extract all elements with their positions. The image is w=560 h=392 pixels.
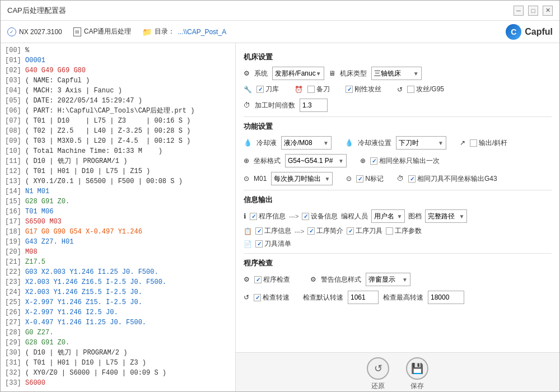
code-line-item: [22]G03 X2.003 Y1.246 I1.25 J0. F500. bbox=[1, 267, 235, 277]
process-info-label: 工序信息 bbox=[264, 226, 291, 236]
process-params-checkbox-item[interactable]: 工序参数 bbox=[386, 226, 422, 236]
process-brief-checkbox[interactable]: ✓ bbox=[307, 227, 315, 235]
tool-list-checkbox-item[interactable]: ✓ 刀具清单 bbox=[255, 239, 291, 249]
max-speed-input[interactable] bbox=[428, 291, 464, 304]
process-tool-label: 工序刀具 bbox=[356, 226, 382, 236]
same-tool-g43-checkbox-item[interactable]: ✓ 相同刀具不同坐标输出G43 bbox=[408, 174, 497, 184]
close-button[interactable]: ✕ bbox=[543, 6, 553, 16]
process-params-checkbox[interactable] bbox=[386, 227, 393, 235]
default-speed-input[interactable] bbox=[348, 291, 379, 304]
code-line-item: [00]% bbox=[1, 45, 235, 55]
nx-version-label: NX 2027.3100 bbox=[19, 28, 62, 36]
m01-label: M01 bbox=[254, 175, 267, 183]
m01-select[interactable]: 每次换刀时输出 ▼ bbox=[271, 172, 333, 185]
save-button[interactable]: 💾 保存 bbox=[406, 357, 428, 391]
line-number: [28] bbox=[5, 328, 25, 338]
time-multiplier-input[interactable] bbox=[300, 99, 328, 112]
machine-type-select[interactable]: 三轴铣床 ▼ bbox=[371, 67, 422, 80]
line-content: X2.003 Y1.246 Z16.5 I-2.5 J0. F500. bbox=[25, 277, 231, 287]
tool-list-checkbox[interactable]: ✓ bbox=[255, 240, 263, 248]
spare-tool-checkbox[interactable] bbox=[307, 86, 315, 93]
process-tool-checkbox-item[interactable]: ✓ 工序刀具 bbox=[347, 226, 382, 236]
logo-area: C Capful bbox=[506, 24, 553, 40]
program-check-checkbox[interactable]: ✓ bbox=[254, 276, 262, 283]
code-line-item: [29]G28 G91 Z0. bbox=[1, 338, 235, 348]
same-tool-g43-checkbox[interactable]: ✓ bbox=[408, 175, 416, 183]
process-brief-checkbox-item[interactable]: ✓ 工序简介 bbox=[307, 226, 343, 236]
rigid-tap-checkbox-item[interactable]: ✓ 刚性攻丝 bbox=[346, 85, 381, 94]
save-icon[interactable]: 💾 bbox=[406, 357, 428, 380]
program-check-checkbox-item[interactable]: ✓ 程序检查 bbox=[254, 275, 290, 284]
process-tool-checkbox[interactable]: ✓ bbox=[347, 227, 354, 235]
line-content: X2.003 Y1.246 Z15.5 I-2.5 J0. bbox=[25, 287, 231, 297]
n-mark-checkbox[interactable]: ✓ bbox=[356, 175, 363, 183]
coord-format-row: ⊕ 坐标格式 G54~G54.1 P# ▼ ⊕ ✓ 相同坐标只输出一次 bbox=[244, 154, 552, 167]
code-panel[interactable]: [00]%[01]O0001[02]G40 G49 G69 G80[03]( N… bbox=[1, 43, 236, 391]
maximize-button[interactable]: □ bbox=[528, 6, 538, 16]
default-speed-label: 检查默认转速 bbox=[303, 293, 343, 302]
max-speed-label: 检查最高转速 bbox=[383, 293, 423, 302]
rigid-tap-checkbox[interactable]: ✓ bbox=[346, 86, 353, 93]
line-content: ( T02 | Z2.5 | L40 | Z-3.25 | 00:28 S ) bbox=[25, 126, 231, 136]
code-line-item: [30]( D10 | 铣刀 | PROGRAM/2 ) bbox=[1, 348, 235, 358]
spare-tool-checkbox-item[interactable]: 备刀 bbox=[307, 85, 330, 94]
programmer-select[interactable]: 用户名 ▼ bbox=[371, 209, 405, 223]
restore-button[interactable]: ↺ 还原 bbox=[367, 357, 389, 391]
arrow2: ---> bbox=[295, 228, 304, 235]
coolant-select[interactable]: 液冷/M08 ▼ bbox=[281, 136, 332, 150]
code-line-item: [06]( PART: H:\Capful\CAP_Tools\CAP后处理.p… bbox=[1, 106, 235, 116]
spare-tool-icon: ⏰ bbox=[295, 86, 303, 94]
line-content: G28 G91 Z0. bbox=[25, 197, 231, 207]
device-info-checkbox[interactable]: ✓ bbox=[302, 213, 309, 220]
info-tool-list-row: 📄 ✓ 刀具清单 bbox=[244, 239, 552, 249]
coord-format-select[interactable]: G54~G54.1 P# ▼ bbox=[285, 154, 347, 167]
device-info-checkbox-item[interactable]: ✓ 设备信息 bbox=[302, 212, 338, 221]
line-number: [12] bbox=[5, 166, 25, 176]
line-content: ( PART: H:\Capful\CAP_Tools\CAP后处理.prt ) bbox=[25, 106, 231, 116]
restore-icon[interactable]: ↺ bbox=[367, 357, 389, 380]
coord-icon: ⊕ bbox=[244, 157, 249, 165]
process-info-checkbox[interactable]: ✓ bbox=[255, 227, 263, 235]
info-program-row: ℹ ✓ 程序信息 ---> ✓ 设备信息 编程人员 用户名 bbox=[244, 209, 552, 223]
g43-icon: ⏱ bbox=[397, 175, 404, 183]
check-speed-checkbox[interactable]: ✓ bbox=[254, 294, 261, 301]
process-info-checkbox-item[interactable]: ✓ 工序信息 bbox=[255, 226, 291, 236]
machine-system-row: ⚙ 系统 发那科/Fanuc ▼ 🖥 机床类型 三轴铣床 ▼ bbox=[244, 67, 552, 80]
n-mark-checkbox-item[interactable]: ✓ N标记 bbox=[356, 174, 384, 184]
tap-g95-checkbox-item[interactable]: 攻丝/G95 bbox=[407, 85, 444, 94]
line-content: G03 X2.003 Y1.246 I1.25 J0. F500. bbox=[25, 267, 231, 277]
output-ramp-checkbox[interactable] bbox=[470, 139, 477, 147]
cap-post-label: CAP通用后处理 bbox=[84, 27, 132, 36]
code-line-item: [19]G43 Z27. H01 bbox=[1, 237, 235, 247]
dir-path-link[interactable]: ...\\CAP_Post_A bbox=[178, 28, 226, 36]
program-info-checkbox[interactable]: ✓ bbox=[250, 213, 257, 220]
line-number: [09] bbox=[5, 136, 25, 146]
minimize-button[interactable]: ─ bbox=[514, 6, 524, 16]
check-icon: ⚙ bbox=[244, 276, 250, 283]
output-ramp-checkbox-item[interactable]: 输出/斜杆 bbox=[470, 138, 507, 148]
coolant-label: 冷却液 bbox=[256, 138, 277, 148]
tap-g95-checkbox[interactable] bbox=[407, 86, 414, 93]
coolant-pos-select[interactable]: 下刀时 ▼ bbox=[396, 136, 446, 150]
doc-select[interactable]: 完整路径 ▼ bbox=[425, 209, 467, 223]
alert-style-select[interactable]: 弹窗显示 ▼ bbox=[366, 273, 410, 286]
line-number: [02] bbox=[5, 66, 25, 76]
nx-icon: ✓ bbox=[7, 27, 16, 36]
line-number: [19] bbox=[5, 237, 25, 247]
code-line-item: [04]( MACH: 3 Axis | Fanuc ) bbox=[1, 86, 235, 96]
output-ramp-icon: ↗ bbox=[460, 139, 465, 147]
toolbar: ✓ NX 2027.3100 ▤ CAP通用后处理 📁 目录： ...\\CAP… bbox=[1, 21, 559, 43]
code-line-item: [14]N1 M01 bbox=[1, 186, 235, 197]
line-content: Z17.5 bbox=[25, 257, 231, 267]
check-speed-checkbox-item[interactable]: ✓ 检查转速 bbox=[254, 293, 290, 302]
tool-checkbox[interactable]: ✓ bbox=[256, 86, 264, 93]
tool-checkbox-item[interactable]: ✓ 刀库 bbox=[256, 85, 279, 94]
same-coord-checkbox-item[interactable]: ✓ 相同坐标只输出一次 bbox=[370, 156, 440, 166]
same-coord-checkbox[interactable]: ✓ bbox=[370, 157, 377, 165]
program-info-checkbox-item[interactable]: ✓ 程序信息 bbox=[250, 212, 286, 221]
system-select[interactable]: 发那科/Fanuc ▼ bbox=[272, 67, 324, 80]
coolant-arrow: ▼ bbox=[323, 140, 329, 146]
line-number: [29] bbox=[5, 338, 25, 348]
program-info-label: 程序信息 bbox=[259, 212, 286, 221]
line-content: O0001 bbox=[25, 55, 231, 66]
